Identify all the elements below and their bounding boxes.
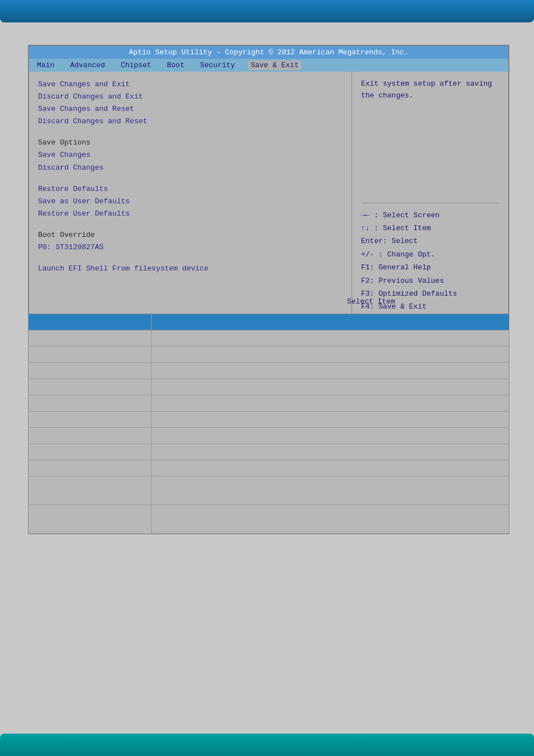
table-header-left (29, 314, 152, 330)
menu-launch-efi[interactable]: Launch EFI Shell From filesystem device (38, 263, 343, 275)
table-cell-left (29, 460, 152, 476)
key-f2: F2: Previous Values (361, 274, 499, 287)
bios-title: Aptio Setup Utility – Copyright © 2012 A… (129, 48, 408, 57)
table-cell-right (152, 347, 509, 362)
key-change-opt: +/- : Change Opt. (361, 248, 499, 261)
table-cell-left (29, 330, 152, 346)
menu-restore-defaults[interactable]: Restore Defaults (38, 183, 343, 195)
table-row (29, 330, 509, 347)
menu-save-user-defaults[interactable]: Save as User Defaults (38, 195, 343, 208)
table-header-right (152, 314, 509, 330)
table-cell-left (29, 444, 152, 460)
menu-p0-drive[interactable]: P0: ST3120827AS (38, 241, 343, 254)
table-cell-left (29, 412, 152, 427)
menu-discard-changes[interactable]: Discard Changes (38, 162, 343, 174)
table-cell-right (152, 379, 509, 395)
menu-save-changes[interactable]: Save Changes (38, 149, 343, 161)
bios-key-help: →← : Select Screen ↑↓ : Select Item Ente… (361, 203, 499, 327)
table-cell-left (29, 395, 152, 411)
nav-boot[interactable]: Boot (165, 60, 186, 70)
table-row (29, 477, 509, 505)
bottom-bar (0, 734, 534, 756)
nav-security[interactable]: Security (198, 60, 237, 70)
bios-help-text: Exit system setup after saving the chang… (361, 78, 499, 102)
table-cell-right (152, 428, 509, 444)
menu-group-boot-override: Boot Override P0: ST3120827AS Launch EFI… (38, 229, 343, 275)
bios-header: Aptio Setup Utility – Copyright © 2012 A… (29, 46, 508, 59)
table-row (29, 395, 509, 412)
table-row (29, 444, 509, 460)
select-item-label: Select Item (347, 297, 395, 306)
table-cell-left (29, 347, 152, 362)
top-bar (0, 0, 534, 22)
menu-save-changes-exit[interactable]: Save Changes and Exit (38, 78, 343, 91)
table-cell-left (29, 363, 152, 379)
key-select-item: ↑↓ : Select Item (361, 222, 499, 235)
table-row (29, 379, 509, 395)
bios-window: Aptio Setup Utility – Copyright © 2012 A… (28, 45, 509, 347)
menu-boot-override-label: Boot Override (38, 229, 343, 241)
table-row (29, 412, 509, 428)
table-cell-right (152, 460, 509, 476)
bios-left-panel: Save Changes and Exit Discard Changes an… (29, 72, 352, 333)
menu-restore-user-defaults[interactable]: Restore User Defaults (38, 208, 343, 220)
table-cell-left (29, 505, 152, 533)
table-cell-right (152, 477, 509, 505)
menu-group-exit: Save Changes and Exit Discard Changes an… (38, 78, 343, 128)
table-cell-right (152, 505, 509, 533)
table-row (29, 428, 509, 444)
table-cell-right (152, 363, 509, 379)
table-cell-right (152, 395, 509, 411)
table-header-row (29, 314, 509, 330)
menu-save-options-label: Save Options (38, 137, 343, 149)
key-enter: Enter: Select (361, 235, 499, 248)
table-cell-left (29, 379, 152, 395)
table-cell-right (152, 330, 509, 346)
menu-spacer (38, 254, 343, 263)
nav-advanced[interactable]: Advanced (68, 60, 107, 70)
table-row (29, 363, 509, 379)
table-cell-left (29, 477, 152, 505)
table-row (29, 505, 509, 534)
menu-group-save-options: Save Options Save Changes Discard Change… (38, 137, 343, 174)
help-text-content: Exit system setup after saving the chang… (361, 80, 492, 100)
table-row (29, 347, 509, 363)
bios-right-panel: Exit system setup after saving the chang… (352, 72, 508, 333)
table-row (29, 460, 509, 477)
menu-save-changes-reset[interactable]: Save Changes and Reset (38, 103, 343, 115)
bios-nav: Main Advanced Chipset Boot Security Save… (29, 59, 508, 72)
menu-discard-changes-exit[interactable]: Discard Changes and Exit (38, 91, 343, 103)
menu-discard-changes-reset[interactable]: Discard Changes and Reset (38, 115, 343, 128)
nav-chipset[interactable]: Chipset (119, 60, 154, 70)
key-f1: F1: General Help (361, 261, 499, 274)
table-cell-left (29, 428, 152, 444)
menu-group-defaults: Restore Defaults Save as User Defaults R… (38, 183, 343, 220)
table-cell-right (152, 444, 509, 460)
nav-main[interactable]: Main (35, 60, 57, 70)
table-section (28, 314, 509, 534)
bios-body: Save Changes and Exit Discard Changes an… (29, 72, 508, 333)
nav-save-exit[interactable]: Save & Exit (249, 60, 301, 70)
table-cell-right (152, 412, 509, 427)
key-select-screen: →← : Select Screen (361, 209, 499, 222)
